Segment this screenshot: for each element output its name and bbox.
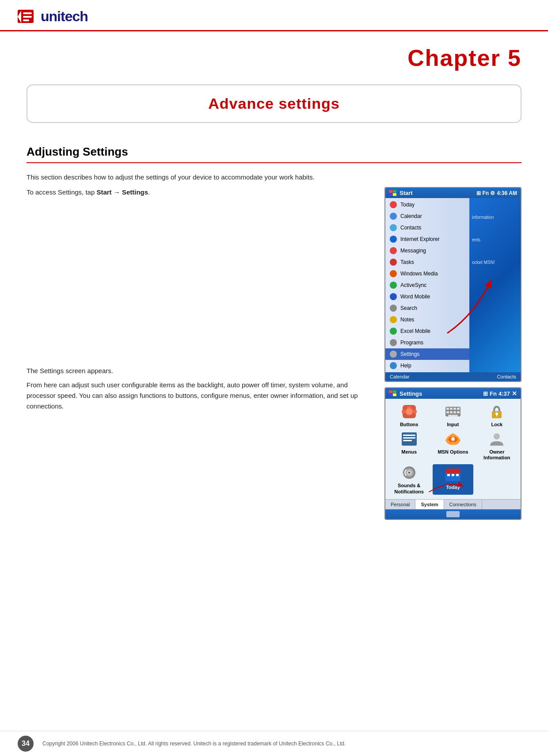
intro-p2-bold: Start → Settings (96, 188, 148, 196)
owner-info-icon (487, 431, 506, 447)
svg-rect-32 (403, 435, 415, 436)
svg-rect-17 (413, 410, 417, 413)
col-text: To access Settings, tap Start → Settings… (27, 187, 371, 525)
settings-text2: From here can adjust such user configura… (27, 380, 371, 412)
menu-item-excel[interactable]: Excel Mobile (385, 325, 469, 337)
menu-item-tasks[interactable]: Tasks (385, 256, 469, 268)
screen1-bottom-right: Contacts (497, 374, 516, 379)
settings-item-input[interactable]: Input (433, 403, 473, 427)
ie-icon (390, 236, 397, 243)
settings-item-sounds[interactable]: Sounds &Notifications (389, 464, 429, 494)
menu-item-settings[interactable]: Settings (385, 348, 469, 360)
screen1-time: 4:36 AM (497, 190, 517, 196)
menu-item-programs[interactable]: Programs (385, 337, 469, 348)
svg-rect-19 (446, 408, 449, 410)
svg-rect-7 (389, 193, 392, 196)
tab-connections[interactable]: Connections (444, 500, 482, 509)
screen1-start-label: Start (400, 190, 413, 196)
svg-rect-31 (402, 432, 417, 446)
settings-item-menus[interactable]: Menus (389, 431, 429, 461)
settings-item-msn[interactable]: MSN Options (433, 431, 473, 461)
screen2: Settings ⊞ Fn 4:37 ✕ (384, 387, 521, 520)
tab-system[interactable]: System (415, 500, 444, 509)
windows-media-icon (390, 270, 397, 277)
svg-rect-43 (447, 474, 450, 476)
chapter-title: Chapter 5 (18, 45, 521, 71)
two-col-layout: To access Settings, tap Start → Settings… (27, 187, 521, 525)
svg-rect-30 (496, 414, 497, 416)
menu-item-activesync[interactable]: ActiveSync (385, 279, 469, 291)
windows-flag-icon (389, 190, 397, 196)
svg-rect-21 (453, 408, 456, 410)
screen1-right-content: information ents ocket MSN! (469, 198, 521, 268)
svg-rect-20 (450, 408, 453, 410)
today-settings-icon (444, 466, 462, 483)
search-icon (390, 305, 397, 312)
tab-personal[interactable]: Personal (385, 500, 415, 509)
activesync-icon (390, 282, 397, 289)
svg-rect-5 (389, 190, 392, 193)
menu-item-word[interactable]: Word Mobile (385, 291, 469, 302)
menu-item-ie[interactable]: Internet Explorer (385, 233, 469, 245)
intro-p2-prefix: To access Settings, tap (27, 188, 96, 196)
svg-rect-25 (453, 411, 456, 413)
screen2-taskbar (385, 509, 521, 519)
footer-copyright: Copyright 2006 Unitech Electronics Co., … (42, 741, 346, 747)
svg-rect-3 (23, 16, 32, 18)
menu-item-notes[interactable]: Notes (385, 314, 469, 325)
lock-icon (487, 403, 506, 420)
menu-item-contacts[interactable]: Contacts (385, 222, 469, 233)
menus-icon (400, 431, 419, 447)
svg-rect-33 (403, 437, 415, 439)
menu-item-today[interactable]: Today (385, 199, 469, 210)
screen2-icons: ⊞ Fn (483, 390, 497, 397)
screen2-icons-grid: Buttons (385, 399, 521, 499)
menu-item-search[interactable]: Search (385, 302, 469, 314)
svg-point-35 (451, 437, 455, 441)
page-footer: 34 Copyright 2006 Unitech Electronics Co… (0, 731, 548, 756)
notes-icon (390, 316, 397, 323)
page-number: 34 (18, 736, 34, 752)
messaging-icon (390, 247, 397, 254)
screen1-titlebar: Start ⊞ Fn ⚙ 4:36 AM (385, 188, 521, 198)
svg-rect-24 (450, 411, 453, 413)
contacts-icon (390, 224, 397, 231)
col-image: Start ⊞ Fn ⚙ 4:36 AM Today (384, 187, 521, 525)
svg-rect-6 (393, 190, 396, 193)
svg-point-36 (494, 433, 500, 439)
settings-item-owner[interactable]: OwnerInformation (477, 431, 517, 461)
menu-item-messaging[interactable]: Messaging (385, 245, 469, 256)
today-icon (390, 201, 397, 208)
screen2-title-right: ⊞ Fn 4:37 ✕ (483, 390, 517, 397)
settings-item-lock[interactable]: Lock (477, 403, 517, 427)
screen1-bottom-left: Calendar (390, 374, 410, 379)
svg-rect-42 (445, 469, 460, 473)
menu-item-help[interactable]: Help (385, 360, 469, 371)
screen2-titlebar: Settings ⊞ Fn 4:37 ✕ (385, 388, 521, 399)
settings-text1: The Settings screen appears. (27, 366, 371, 376)
settings-item-today[interactable]: Today (433, 464, 473, 494)
svg-rect-22 (457, 408, 460, 410)
screen2-time: 4:37 (499, 390, 510, 397)
screen2-title-left: Settings (389, 390, 422, 397)
sounds-icon (400, 464, 419, 481)
buttons-icon (400, 403, 419, 420)
svg-point-14 (406, 408, 413, 415)
programs-icon (390, 339, 397, 346)
section-heading: Adjusting Settings (27, 145, 521, 163)
screen1-menu-left: Today Calendar Contacts Internet Ex (385, 198, 469, 372)
screen2-close-icon[interactable]: ✕ (512, 390, 517, 397)
menu-item-calendar[interactable]: Calendar (385, 210, 469, 222)
screen2-tabs: Personal System Connections (385, 499, 521, 509)
advance-settings-box: Advance settings (27, 84, 521, 123)
windows-flag-icon2 (389, 390, 397, 397)
svg-rect-16 (402, 410, 405, 413)
svg-rect-34 (403, 440, 412, 441)
page-header: unitech (0, 0, 548, 31)
svg-point-40 (408, 472, 410, 473)
settings-item-buttons[interactable]: Buttons (389, 403, 429, 427)
menu-item-wm[interactable]: Windows Media (385, 268, 469, 279)
screen1-icons: ⊞ Fn ⚙ (476, 190, 495, 196)
intro-p2: To access Settings, tap Start → Settings… (27, 187, 371, 198)
bottom-text: The Settings screen appears. From here c… (27, 366, 371, 412)
